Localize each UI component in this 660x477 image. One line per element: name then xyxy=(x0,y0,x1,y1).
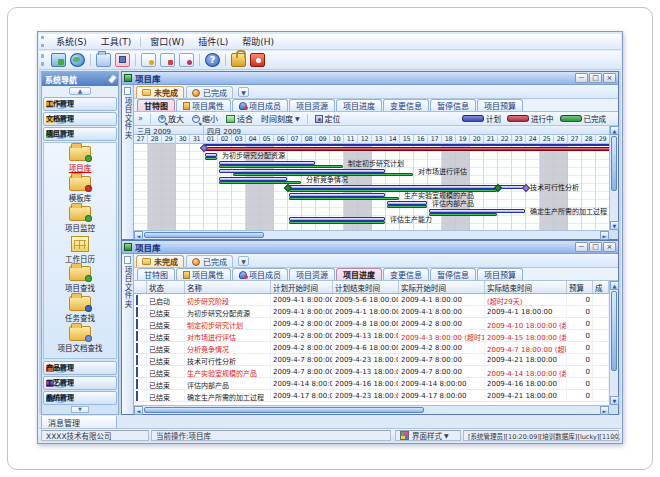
sync-icon[interactable] xyxy=(51,53,66,67)
scroll-left-icon[interactable]: ◄ xyxy=(134,406,143,415)
resize-grip[interactable] xyxy=(612,433,620,441)
column-header-名称[interactable]: 名称 xyxy=(185,281,271,293)
table-hscrollbar[interactable]: ◄ ► xyxy=(134,405,609,414)
help-icon[interactable] xyxy=(205,53,220,67)
table-vscrollbar[interactable]: ▲ ▼ xyxy=(609,281,618,405)
pin-icon[interactable] xyxy=(108,74,117,83)
toolbar-grip[interactable] xyxy=(41,54,45,67)
gantt-complete-bar[interactable] xyxy=(219,165,343,168)
scroll-down-icon[interactable]: ▼ xyxy=(610,396,619,405)
folder-strip[interactable]: 项目文件夹 xyxy=(122,85,134,239)
maximize-button[interactable]: □ xyxy=(589,242,602,252)
table-row[interactable]: 已结束制定初步研究计划2009-4-2 8:00:002009-4-8 18:0… xyxy=(134,318,609,330)
folder-tab-未完成[interactable]: 未完成 xyxy=(136,255,184,267)
gantt-plan-bar[interactable] xyxy=(204,144,609,146)
column-header-icon[interactable] xyxy=(134,281,147,293)
zoom-in-button[interactable]: + 放大 xyxy=(154,112,188,125)
tab-项目资源[interactable]: 项目资源 xyxy=(289,99,335,111)
column-header-计划结束时间[interactable]: 计划结束时间 xyxy=(333,281,399,293)
gantt-complete-bar[interactable] xyxy=(429,213,497,216)
tab-项目资源[interactable]: 项目资源 xyxy=(289,268,335,280)
mail-new-icon[interactable] xyxy=(141,53,156,67)
locate-button[interactable]: 定位 xyxy=(311,112,345,125)
scroll-down-icon[interactable]: ▼ xyxy=(610,221,619,230)
sidebar-group-产品管理[interactable]: 产品管理▼ xyxy=(43,361,117,375)
column-header-预算[interactable]: 预算 xyxy=(567,281,593,293)
ui-style-button[interactable]: 界面样式 ▼ xyxy=(395,430,461,441)
tab-项目成员[interactable]: 项目成员 xyxy=(232,99,288,111)
table-row[interactable]: 已结束评估内部产品2009-4-14 8:00:002009-4-16 18:0… xyxy=(134,378,609,390)
menubar-grip[interactable] xyxy=(41,36,45,47)
gantt-window-titlebar[interactable]: 项目库 － □ × xyxy=(122,72,618,85)
scroll-right-icon[interactable]: ► xyxy=(600,231,609,240)
menu-item-2[interactable]: 窗口(W) xyxy=(143,33,191,50)
tab-甘特图[interactable]: 甘特图 xyxy=(137,99,175,111)
folder-tabs-overflow-icon[interactable]: ▼ xyxy=(238,87,249,97)
menu-item-3[interactable]: 插件(L) xyxy=(191,33,235,50)
table-row[interactable]: 已结束为初步研究分配资源2009-4-1 8:00:002009-4-1 18:… xyxy=(134,306,609,318)
gantt-hscrollbar[interactable]: ◄ ► xyxy=(134,230,609,239)
close-button[interactable]: × xyxy=(603,73,616,83)
tab-项目进度[interactable]: 项目进度 xyxy=(336,99,382,111)
sidebar-group-系统管理[interactable]: 系统管理▼ xyxy=(43,391,117,405)
folder-tab-已完成[interactable]: 已完成 xyxy=(186,86,233,98)
folder-strip[interactable]: 项目文件夹 xyxy=(122,254,134,414)
sidebar-item-工作日历[interactable]: 工作日历 xyxy=(44,235,116,265)
sidebar-item-项目查找[interactable]: 项目查找 xyxy=(44,265,116,295)
sidebar-group-项目管理[interactable]: 项目管理▲ xyxy=(43,127,117,141)
tab-项目预算[interactable]: 项目预算 xyxy=(477,268,523,280)
hscroll-thumb[interactable] xyxy=(144,232,264,238)
zoom-out-button[interactable]: − 缩小 xyxy=(188,112,222,125)
sidebar-item-项目监控[interactable]: 项目监控 xyxy=(44,205,116,235)
table-row[interactable]: 已结束对市场进行评估2009-4-2 8:00:002009-4-13 18:0… xyxy=(134,330,609,342)
table-row[interactable]: 已启动初步研究阶段2009-4-1 8:00:002009-5-6 18:00:… xyxy=(134,294,609,306)
folder-tab-已完成[interactable]: 已完成 xyxy=(186,255,233,267)
globe-icon[interactable] xyxy=(70,53,85,67)
tab-项目属性[interactable]: 项目属性 xyxy=(176,268,231,280)
tab-项目属性[interactable]: 项目属性 xyxy=(176,99,231,111)
tab-项目成员[interactable]: 项目成员 xyxy=(232,268,288,280)
fit-button[interactable]: 适合 xyxy=(222,112,257,125)
timescale-button[interactable]: 时间刻度 ▼ xyxy=(257,112,304,125)
lock-icon[interactable] xyxy=(231,53,246,67)
sidebar-item-项目库[interactable]: 项目库 xyxy=(44,145,116,175)
gantt-complete-bar[interactable] xyxy=(219,181,301,184)
table-row[interactable]: 已结束技术可行性分析2009-4-7 8:00:002009-4-23 18:0… xyxy=(134,354,609,366)
gantt-complete-bar[interactable] xyxy=(289,197,399,200)
menu-item-1[interactable]: 工具(T) xyxy=(94,33,139,50)
tab-项目预算[interactable]: 项目预算 xyxy=(477,99,523,111)
gantt-complete-bar[interactable] xyxy=(387,205,427,208)
maximize-button[interactable]: □ xyxy=(589,73,602,83)
tab-甘特图[interactable]: 甘特图 xyxy=(137,268,175,280)
progress-window-titlebar[interactable]: 项目库 － □ × xyxy=(122,241,618,254)
minimize-button[interactable]: － xyxy=(575,73,588,83)
menu-item-4[interactable]: 帮助(H) xyxy=(235,33,281,50)
sidebar-item-任务查找[interactable]: 任务查找 xyxy=(44,295,116,325)
gantt-complete-bar[interactable] xyxy=(289,221,385,224)
gantt-complete-bar[interactable] xyxy=(205,157,217,160)
folder-tabs-overflow-icon[interactable]: ▼ xyxy=(238,256,249,266)
tab-变更信息[interactable]: 变更信息 xyxy=(383,268,429,280)
sidebar-group-工艺管理[interactable]: 工艺管理▼ xyxy=(43,376,117,390)
tab-变更信息[interactable]: 变更信息 xyxy=(383,99,429,111)
table-row[interactable]: 已结束生产实验室规模的产品2009-4-7 8:00:002009-4-13 1… xyxy=(134,366,609,378)
close-button[interactable]: × xyxy=(603,242,616,252)
gantt-inprogress-bar[interactable] xyxy=(204,147,609,151)
scroll-right-icon[interactable]: ► xyxy=(600,406,609,415)
scroll-up-icon[interactable]: ▲ xyxy=(610,126,619,135)
overflow-button[interactable]: ▼ xyxy=(71,406,89,413)
gantt-vscrollbar[interactable]: ▲ ▼ xyxy=(609,126,618,230)
tab-项目进度[interactable]: 项目进度 xyxy=(336,268,382,280)
folder-icon[interactable] xyxy=(96,53,111,67)
mail-verify-icon[interactable] xyxy=(160,53,175,67)
table-row[interactable]: 已结束分析竞争情况2009-4-2 8:00:002009-4-6 18:00:… xyxy=(134,342,609,354)
scroll-left-icon[interactable]: ◄ xyxy=(134,231,143,240)
sidebar-item-模板库[interactable]: 模板库 xyxy=(44,175,116,205)
vscroll-thumb[interactable] xyxy=(611,136,617,191)
collapse-button[interactable]: ▲ xyxy=(69,87,91,95)
exit-icon[interactable] xyxy=(250,53,265,67)
save-icon[interactable] xyxy=(115,53,130,67)
column-header-状态[interactable]: 状态 xyxy=(147,281,185,293)
column-header-计划开始时间[interactable]: 计划开始时间 xyxy=(271,281,333,293)
toolbar-overflow-icon[interactable]: » xyxy=(134,114,147,123)
